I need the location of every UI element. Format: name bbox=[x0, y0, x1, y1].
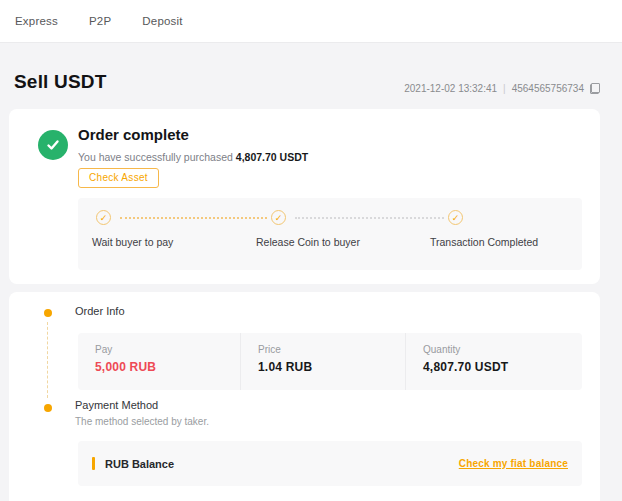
timeline-bullet-icon bbox=[44, 404, 52, 412]
step-check-icon: ✓ bbox=[448, 210, 463, 225]
pay-value: 5,000 RUB bbox=[95, 360, 240, 374]
tab-deposit[interactable]: Deposit bbox=[142, 15, 182, 27]
status-title: Order complete bbox=[78, 126, 189, 143]
step-connector bbox=[295, 217, 444, 219]
payment-method-description: The method selected by taker. bbox=[75, 416, 209, 427]
payment-method-marker-icon bbox=[92, 457, 95, 470]
progress-steps: ✓ ✓ ✓ Wait buyer to pay Release Coin to … bbox=[78, 198, 582, 270]
payment-method-section-label: Payment Method bbox=[75, 399, 158, 411]
order-status-card: Order complete You have successfully pur… bbox=[9, 109, 600, 284]
payment-method-box: RUB Balance Check my fiat balance bbox=[78, 441, 582, 486]
timeline-bullet-icon bbox=[44, 309, 52, 317]
page-title: Sell USDT bbox=[14, 71, 107, 93]
top-nav: Express P2P Deposit bbox=[0, 0, 622, 43]
tab-p2p[interactable]: P2P bbox=[89, 15, 111, 27]
pay-field: Pay 5,000 RUB bbox=[78, 333, 240, 390]
status-subtitle-text: You have successfully purchased bbox=[78, 151, 236, 163]
order-info-box: Pay 5,000 RUB Price 1.04 RUB Quantity 4,… bbox=[78, 333, 582, 390]
step-connector bbox=[120, 217, 267, 219]
price-value: 1.04 RUB bbox=[258, 360, 405, 374]
price-field: Price 1.04 RUB bbox=[240, 333, 405, 390]
status-amount: 4,807.70 USDT bbox=[236, 151, 308, 163]
check-circle-icon bbox=[38, 130, 68, 160]
pay-label: Pay bbox=[95, 344, 240, 355]
step-label-release-coin: Release Coin to buyer bbox=[256, 236, 360, 248]
timeline-dotted-line bbox=[47, 322, 48, 398]
order-details-card: Order Info Pay 5,000 RUB Price 1.04 RUB … bbox=[9, 292, 600, 501]
order-info-section-label: Order Info bbox=[75, 305, 125, 317]
step-check-icon: ✓ bbox=[96, 210, 111, 225]
price-label: Price bbox=[258, 344, 405, 355]
quantity-field: Quantity 4,807.70 USDT bbox=[405, 333, 582, 390]
order-meta: 2021-12-02 13:32:41 | 4564565756734 bbox=[404, 83, 600, 94]
tab-express[interactable]: Express bbox=[15, 15, 58, 27]
step-check-icon: ✓ bbox=[271, 210, 286, 225]
quantity-label: Quantity bbox=[423, 344, 582, 355]
check-asset-button[interactable]: Check Asset bbox=[78, 168, 159, 188]
copy-icon[interactable] bbox=[590, 83, 600, 94]
order-id: 4564565756734 bbox=[512, 83, 584, 94]
check-fiat-balance-link[interactable]: Check my fiat balance bbox=[459, 458, 568, 469]
meta-divider: | bbox=[503, 83, 506, 94]
step-label-transaction-completed: Transaction Completed bbox=[430, 236, 538, 248]
p2p-order-screen: Express P2P Deposit Sell USDT 2021-12-02… bbox=[0, 0, 622, 501]
order-timestamp: 2021-12-02 13:32:41 bbox=[404, 83, 497, 94]
status-subtitle: You have successfully purchased 4,807.70… bbox=[78, 151, 308, 163]
step-label-wait-buyer: Wait buyer to pay bbox=[92, 236, 173, 248]
payment-method-name: RUB Balance bbox=[105, 458, 174, 470]
quantity-value: 4,807.70 USDT bbox=[423, 360, 582, 374]
